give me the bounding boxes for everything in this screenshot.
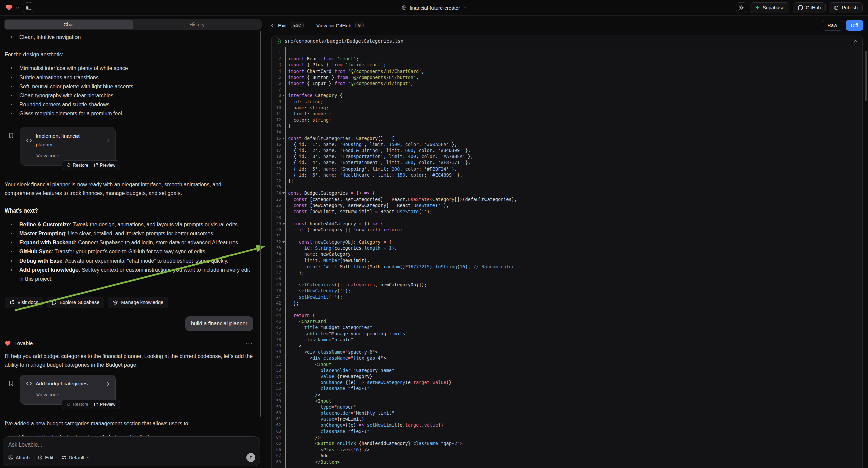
code-text: > — [288, 343, 302, 349]
line-number: 17 — [272, 147, 283, 153]
code-text: const handleAddCategory = () => { — [288, 221, 383, 227]
card-title: Add budget categories — [36, 379, 88, 388]
supabase-button[interactable]: Supabase — [750, 2, 789, 13]
line-number: 64 — [272, 434, 283, 440]
line-number: 6 — [272, 80, 283, 86]
add-budget-categories-card[interactable]: Add budget categories View code Restore — [20, 375, 116, 405]
tab-chat[interactable]: Chat — [5, 20, 133, 29]
bookmark-icon[interactable] — [8, 132, 14, 139]
fold-chevron-icon[interactable] — [282, 241, 285, 243]
chevron-up-icon[interactable] — [853, 39, 858, 42]
line-number: 41 — [272, 294, 283, 300]
file-path: src/components/budget/BudgetCategories.t… — [284, 38, 403, 43]
code-line: 48 className="h-auto" — [272, 337, 862, 343]
attach-button[interactable]: Attach — [8, 455, 30, 460]
external-link-icon — [10, 300, 14, 305]
code-line: 49 > — [272, 343, 862, 349]
code-text: color: '#' + Math.floor(Math.random()*16… — [288, 264, 514, 270]
edit-button[interactable]: Edit — [38, 455, 53, 460]
code-text: className="h-auto" — [288, 337, 353, 343]
exit-button[interactable]: Exit — [278, 23, 286, 28]
code-text: } — [288, 123, 290, 129]
graduation-cap-icon — [113, 300, 118, 305]
tab-history[interactable]: History — [133, 20, 261, 29]
chat-scrollbar[interactable] — [260, 31, 261, 417]
implement-financial-planner-card[interactable]: Implement financial planner View code Re… — [20, 127, 116, 166]
lovable-logo-heart-icon[interactable] — [5, 4, 13, 11]
code-scrollbar[interactable] — [865, 51, 867, 101]
line-number: 38 — [272, 275, 283, 282]
restore-button[interactable]: Restore — [66, 400, 88, 409]
code-text: <Input — [288, 398, 332, 404]
settings-button[interactable] — [736, 2, 747, 13]
preview-button[interactable]: Preview — [94, 161, 116, 170]
code-line: 18 { id: '3', name: 'Transportation', li… — [272, 153, 862, 159]
restore-button[interactable]: Restore — [66, 161, 88, 170]
code-text — [288, 86, 290, 92]
code-text: color: string; — [288, 117, 332, 123]
code-line: 12 color: string; — [272, 117, 862, 123]
assistant-name: Lovable — [14, 339, 33, 348]
send-button[interactable] — [246, 453, 255, 462]
code-line: 56 className="flex-1" — [272, 385, 862, 391]
code-text: const [newCategory, setNewCategory] = Re… — [288, 202, 449, 208]
preview-button[interactable]: Preview — [94, 400, 116, 409]
code-text: Add — [288, 452, 329, 459]
card-title: Implement financial planner — [36, 131, 99, 149]
line-number: 53 — [272, 367, 283, 373]
list-item: Glass-morphic elements for a premium fee… — [20, 109, 253, 118]
restore-icon — [66, 163, 71, 168]
code-editor[interactable]: 1 2import React from 'react';3import { P… — [272, 47, 862, 468]
code-line: 55 onChange={(e) => setNewCategory(e.tar… — [272, 379, 862, 385]
diff-button[interactable]: Diff — [845, 20, 864, 31]
visit-docs-button[interactable]: Visit docs — [5, 297, 43, 308]
chat-input[interactable]: Ask Lovable... — [8, 442, 254, 448]
chat-composer[interactable]: Ask Lovable... Attach Edit Default — [3, 436, 260, 466]
code-line: 24const BudgetCategories = () => { — [272, 190, 862, 196]
fold-chevron-icon[interactable] — [282, 193, 285, 194]
sliders-icon — [61, 455, 66, 460]
line-number: 21 — [272, 172, 283, 178]
code-panel: Exit ESC View on GitHub G Raw Diff src/c… — [266, 16, 868, 468]
line-number: 23 — [272, 184, 283, 190]
raw-button[interactable]: Raw — [822, 20, 842, 31]
code-text: /> — [288, 392, 321, 398]
code-line: 51 <div className="flex gap-4"> — [272, 355, 862, 361]
bookmark-icon[interactable] — [8, 380, 14, 386]
code-line: 1 — [272, 50, 862, 56]
line-number: 56 — [272, 385, 283, 391]
code-text: const defaultCategories: Category[] = [ — [288, 135, 394, 141]
added-paragraph: I've added a new budget categories manag… — [5, 419, 253, 428]
sidebar-toggle-button[interactable] — [23, 2, 34, 13]
code-line: 61 value={newLimit} — [272, 416, 862, 422]
restore-preview-toolbar: Restore Preview — [62, 400, 120, 409]
code-icon — [26, 138, 32, 143]
explore-supabase-button[interactable]: Explore Supabase — [46, 297, 105, 308]
fold-chevron-icon[interactable] — [282, 95, 285, 96]
line-number: 42 — [272, 300, 283, 306]
code-text: import { Input } from '@/components/ui/i… — [288, 80, 413, 86]
list-item: Subtle animations and transitions — [20, 73, 253, 82]
fold-chevron-icon[interactable] — [282, 138, 285, 139]
mode-selector[interactable]: Default — [61, 455, 90, 460]
code-line: 16 { id: '1', name: 'Housing', limit: 15… — [272, 141, 862, 147]
chevron-down-icon[interactable] — [16, 6, 20, 10]
view-code-link[interactable]: View code — [26, 151, 110, 160]
project-selector[interactable]: financial-future-creator — [401, 5, 467, 11]
line-number: 67 — [272, 452, 283, 459]
code-text: interface Category { — [288, 92, 343, 98]
view-code-link[interactable]: View code — [26, 390, 110, 399]
g-kbd-badge: G — [355, 22, 364, 29]
message-options-button[interactable]: ··· — [245, 342, 253, 345]
file-viewer-card: src/components/budget/BudgetCategories.t… — [272, 35, 863, 468]
fold-chevron-icon[interactable] — [282, 223, 285, 225]
manage-knowledge-button[interactable]: Manage knowledge — [108, 297, 168, 308]
publish-button[interactable]: Publish — [829, 2, 863, 13]
view-on-github-button[interactable]: View on GitHub — [316, 23, 351, 28]
code-text: { id: '1', name: 'Housing', limit: 1500,… — [288, 141, 457, 147]
chevron-left-icon[interactable] — [271, 23, 274, 28]
file-header[interactable]: src/components/budget/BudgetCategories.t… — [272, 35, 862, 47]
github-button[interactable]: GitHub — [793, 2, 826, 13]
line-number: 34 — [272, 251, 283, 257]
line-number: 20 — [272, 166, 283, 172]
